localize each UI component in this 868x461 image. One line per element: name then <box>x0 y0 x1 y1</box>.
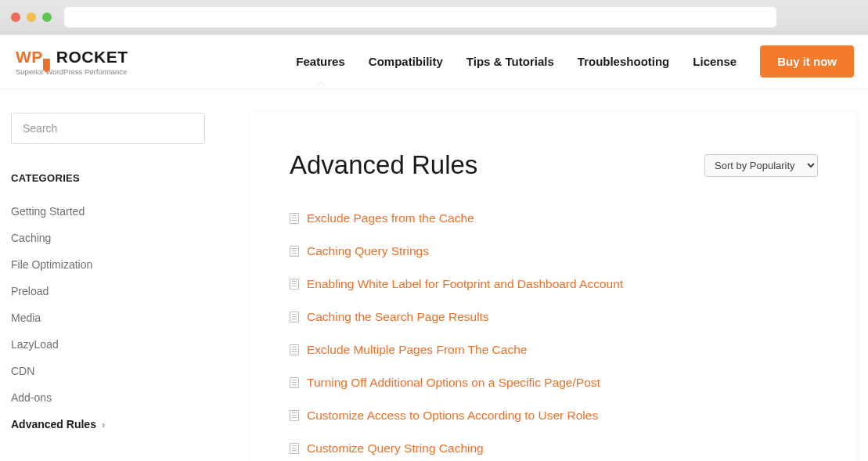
main-content: Advanced Rules Sort by Popularity Exclud… <box>250 113 857 461</box>
close-window-button[interactable] <box>11 13 20 22</box>
url-bar[interactable] <box>64 6 776 27</box>
content-wrap: CATEGORIES Getting Started Caching File … <box>0 89 868 461</box>
category-list: Getting Started Caching File Optimizatio… <box>11 198 205 438</box>
cat-addons[interactable]: Add-ons <box>11 384 205 411</box>
doc-icon <box>290 279 299 290</box>
logo-rocket: ROCKET <box>56 48 128 67</box>
list-item: Exclude Pages from the Cache <box>290 202 818 235</box>
article-link[interactable]: Exclude Multiple Pages From The Cache <box>307 343 527 357</box>
sidebar: CATEGORIES Getting Started Caching File … <box>11 113 205 438</box>
cat-lazyload[interactable]: LazyLoad <box>11 331 205 358</box>
buy-it-now-button[interactable]: Buy it now <box>760 45 854 77</box>
doc-icon <box>290 377 299 388</box>
list-item: Turning Off Additional Options on a Spec… <box>290 366 818 399</box>
article-link[interactable]: Caching Query Strings <box>307 244 429 258</box>
logo[interactable]: WP ROCKET Superior WordPress Performance <box>14 48 128 76</box>
list-item: Enabling White Label for Footprint and D… <box>290 268 818 301</box>
doc-icon <box>290 312 299 322</box>
nav-tips[interactable]: Tips & Tutorials <box>466 55 554 68</box>
minimize-window-button[interactable] <box>27 13 36 22</box>
article-list: Exclude Pages from the Cache Caching Que… <box>290 202 818 461</box>
cat-file-optimization[interactable]: File Optimization <box>11 251 205 278</box>
browser-chrome <box>0 0 868 34</box>
list-item: Customize Query String Caching <box>290 432 818 461</box>
article-link[interactable]: Enabling White Label for Footprint and D… <box>307 277 623 291</box>
page-title: Advanced Rules <box>290 150 477 180</box>
cat-preload[interactable]: Preload <box>11 278 205 304</box>
doc-icon <box>290 410 299 421</box>
doc-icon <box>290 246 299 257</box>
traffic-lights <box>11 13 52 22</box>
doc-icon <box>290 443 299 454</box>
nav-license[interactable]: License <box>693 55 737 68</box>
doc-icon <box>290 344 299 355</box>
doc-icon <box>290 213 299 224</box>
list-item: Customize Access to Options According to… <box>290 399 818 432</box>
categories-heading: CATEGORIES <box>11 172 205 184</box>
main-nav: Features Compatibility Tips & Tutorials … <box>296 45 854 77</box>
logo-wp: WP <box>14 48 53 67</box>
cat-media[interactable]: Media <box>11 304 205 331</box>
cat-advanced-rules[interactable]: Advanced Rules› <box>11 411 205 438</box>
search-input[interactable] <box>11 113 205 144</box>
article-link[interactable]: Turning Off Additional Options on a Spec… <box>307 376 600 390</box>
nav-features[interactable]: Features <box>296 55 345 68</box>
cat-getting-started[interactable]: Getting Started <box>11 198 205 225</box>
cat-caching[interactable]: Caching <box>11 225 205 251</box>
maximize-window-button[interactable] <box>42 13 52 22</box>
article-link[interactable]: Caching the Search Page Results <box>307 310 489 324</box>
nav-compatibility[interactable]: Compatibility <box>369 55 443 68</box>
chevron-right-icon: › <box>102 419 105 430</box>
sort-select[interactable]: Sort by Popularity <box>704 154 818 177</box>
article-link[interactable]: Customize Query String Caching <box>307 441 484 456</box>
main-header: Advanced Rules Sort by Popularity <box>290 150 818 180</box>
list-item: Caching the Search Page Results <box>290 301 818 333</box>
cat-cdn[interactable]: CDN <box>11 358 205 384</box>
list-item: Caching Query Strings <box>290 235 818 268</box>
article-link[interactable]: Exclude Pages from the Cache <box>307 211 474 225</box>
nav-troubleshooting[interactable]: Troubleshooting <box>578 55 670 68</box>
site-header: WP ROCKET Superior WordPress Performance… <box>0 34 868 89</box>
logo-tagline: Superior WordPress Performance <box>16 67 128 76</box>
list-item: Exclude Multiple Pages From The Cache <box>290 333 818 366</box>
article-link[interactable]: Customize Access to Options According to… <box>307 409 598 423</box>
